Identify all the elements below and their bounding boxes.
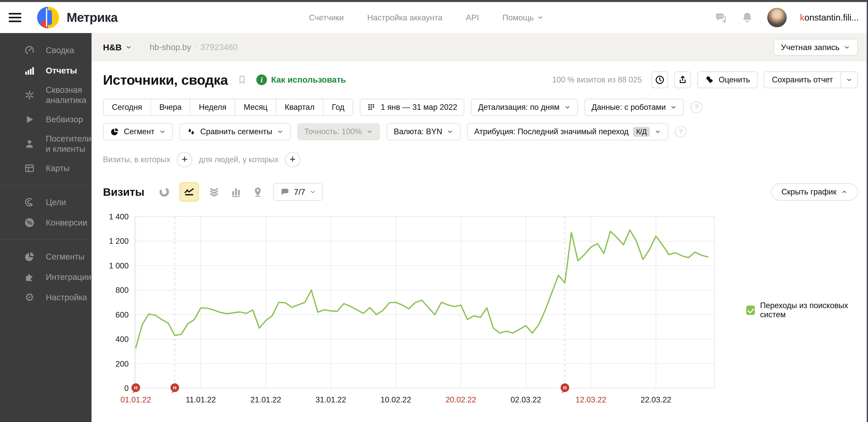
header-right-cluster: konstantin.fili... (714, 8, 859, 28)
svg-text:0: 0 (124, 384, 129, 393)
chart-type-donut-icon[interactable] (158, 185, 171, 199)
svg-text:01.01.22: 01.01.22 (121, 395, 151, 404)
sidebar-item-label: Карты (46, 163, 70, 173)
svg-text:10.02.22: 10.02.22 (381, 395, 411, 404)
sidebar-item-speedometer[interactable]: Сводка (0, 40, 92, 61)
chart-canvas[interactable]: 02004006008001 0001 2001 40001.01.2211.0… (104, 206, 740, 407)
sidebar-item-label: Настройка (46, 292, 87, 302)
svg-text:Н: Н (173, 385, 177, 390)
visits-share-text: 100 % визитов из 88 025 (552, 75, 642, 85)
chevron-down-icon (447, 128, 453, 135)
period-button-5[interactable]: Год (323, 99, 353, 116)
save-report-dropdown[interactable] (841, 72, 857, 88)
info-icon: i (256, 74, 267, 85)
chevron-up-icon (841, 189, 848, 195)
hide-chart-button[interactable]: Скрыть график (771, 183, 858, 201)
svg-text:600: 600 (116, 311, 129, 319)
bookmark-icon[interactable] (237, 74, 248, 86)
save-report-button[interactable]: Сохранить отчет (764, 71, 858, 88)
export-button[interactable] (674, 71, 691, 88)
chart-type-line-icon-active[interactable] (180, 182, 199, 202)
chart-type-map-pin-icon[interactable] (251, 185, 265, 199)
legend-checkbox-checked[interactable] (746, 305, 755, 315)
holiday-marker[interactable]: Н (561, 383, 569, 393)
user-avatar[interactable] (767, 8, 787, 28)
detail-dropdown[interactable]: Детализация: по дням (471, 99, 578, 116)
period-button-4[interactable]: Квартал (276, 99, 323, 116)
pie-icon (23, 251, 36, 263)
svg-text:400: 400 (116, 335, 129, 344)
sidebar-item-person[interactable]: Посетителии клиенты (0, 130, 92, 158)
segment-dropdown[interactable]: Сегмент (103, 123, 173, 140)
chart-type-columns-icon[interactable] (229, 185, 243, 199)
sidebar-item-label: Интеграции (46, 272, 92, 282)
sidebar-item-bars[interactable]: Отчеты (0, 61, 92, 81)
nav-counters[interactable]: Счетчики (309, 13, 344, 22)
period-button-0[interactable]: Сегодня (103, 99, 151, 116)
add-visit-condition-button[interactable]: + (177, 152, 192, 167)
breadcrumb: H&B hb-shop.by · 37923460 Учетная запись (92, 33, 868, 62)
sidebar-item-cross-analytics[interactable]: Сквознаяаналитика (0, 81, 92, 109)
target-icon (23, 196, 36, 208)
page-title: Источники, сводка (103, 72, 228, 88)
chart-section-title: Визиты (103, 186, 145, 198)
sidebar-item-target[interactable]: Цели (0, 192, 92, 213)
compare-droplets-icon (187, 127, 196, 136)
nav-api[interactable]: API (466, 13, 479, 22)
sidebar-item-gear[interactable]: ⚙Настройка (0, 287, 92, 307)
currency-dropdown[interactable]: Валюта: BYN (387, 123, 461, 140)
top-navigation: Счетчики Настройка аккаунта API Помощь (309, 13, 544, 22)
chevron-down-icon (670, 104, 677, 110)
svg-text:1 200: 1 200 (109, 237, 129, 246)
svg-text:11.01.22: 11.01.22 (186, 395, 216, 404)
help-question-icon[interactable]: ? (675, 126, 686, 137)
metrics-count-dropdown[interactable]: 7/7 (273, 183, 322, 201)
chevron-down-icon (125, 44, 132, 51)
holiday-marker[interactable]: Н (131, 383, 140, 393)
counter-selector[interactable]: H&B (103, 42, 132, 52)
sidebar-item-label: Сегменты (46, 252, 85, 262)
bars-icon (23, 65, 36, 77)
legend-label[interactable]: Переходы из поисковых систем (760, 301, 868, 319)
period-button-1[interactable]: Вчера (151, 99, 190, 116)
add-people-condition-button[interactable]: + (285, 152, 300, 167)
account-button[interactable]: Учетная запись (773, 39, 858, 56)
chevron-down-icon (277, 128, 283, 135)
notifications-bell-icon[interactable] (741, 11, 754, 24)
speedometer-icon (23, 44, 36, 57)
period-button-2[interactable]: Неделя (190, 99, 235, 116)
svg-text:Н: Н (134, 385, 137, 390)
top-header: Метрика Счетчики Настройка аккаунта API … (0, 2, 868, 33)
metrica-logo[interactable]: Метрика (37, 6, 118, 29)
person-icon (23, 138, 36, 150)
help-question-icon[interactable]: ? (690, 101, 702, 113)
chart-type-area-icon[interactable] (208, 185, 221, 199)
sidebar-divider (0, 239, 92, 240)
attribution-dropdown[interactable]: Атрибуция: Последний значимый переход К/… (467, 123, 668, 140)
sidebar-item-layout[interactable]: Карты (0, 158, 92, 178)
window-top-edge (0, 0, 868, 2)
period-button-3[interactable]: Месяц (235, 99, 276, 116)
sidebar-item-pie[interactable]: Сегменты (0, 247, 92, 267)
svg-text:1 000: 1 000 (109, 261, 129, 270)
svg-text:1 400: 1 400 (109, 212, 129, 221)
rate-button[interactable]: Оценить (697, 71, 758, 88)
chat-icon[interactable] (714, 11, 727, 24)
sidebar-item-percent[interactable]: %Конверсии (0, 213, 92, 233)
holiday-marker[interactable]: Н (170, 383, 179, 393)
chevron-down-icon (159, 128, 166, 135)
sidebar-item-puzzle[interactable]: Интеграции (0, 267, 92, 287)
nav-account-settings[interactable]: Настройка аккаунта (367, 13, 442, 22)
how-to-use-link[interactable]: i Как использовать (256, 74, 346, 85)
hamburger-menu-icon[interactable] (9, 13, 21, 22)
data-mode-dropdown[interactable]: Данные: с роботами (585, 99, 684, 116)
nav-help[interactable]: Помощь (502, 13, 544, 22)
compare-segments-dropdown[interactable]: Сравнить сегменты (180, 123, 290, 140)
svg-text:12.03.22: 12.03.22 (576, 395, 607, 404)
user-name[interactable]: konstantin.fili... (800, 12, 859, 23)
date-range-button[interactable]: 1 янв — 31 мар 2022 (360, 99, 464, 116)
history-clock-button[interactable] (651, 71, 668, 88)
chevron-down-icon (846, 76, 852, 83)
sidebar-item-play[interactable]: Вебвизор (0, 109, 92, 130)
accuracy-dropdown[interactable]: Точность: 100% (297, 123, 380, 140)
